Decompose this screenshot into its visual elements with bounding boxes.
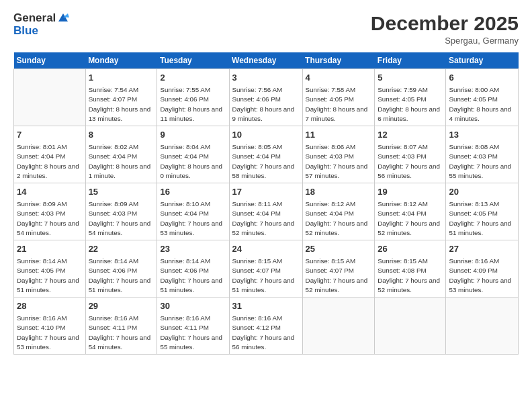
calendar-cell: 5Sunrise: 7:59 AM Sunset: 4:05 PM Daylig… [375, 69, 446, 126]
day-number: 14 [17, 186, 83, 198]
day-info: Sunrise: 8:15 AM Sunset: 4:07 PM Dayligh… [232, 257, 300, 295]
calendar-week-row: 14Sunrise: 8:09 AM Sunset: 4:03 PM Dayli… [14, 183, 519, 240]
calendar-cell: 20Sunrise: 8:13 AM Sunset: 4:05 PM Dayli… [446, 183, 519, 240]
day-number: 7 [17, 129, 83, 141]
logo: General Blue [13, 12, 69, 37]
calendar-cell: 24Sunrise: 8:15 AM Sunset: 4:07 PM Dayli… [229, 240, 302, 298]
calendar-week-row: 21Sunrise: 8:14 AM Sunset: 4:05 PM Dayli… [14, 240, 519, 298]
calendar-table: Sunday Monday Tuesday Wednesday Thursday… [13, 52, 519, 355]
day-number: 16 [160, 186, 226, 198]
day-info: Sunrise: 7:56 AM Sunset: 4:06 PM Dayligh… [232, 85, 300, 124]
day-number: 28 [17, 300, 83, 312]
day-info: Sunrise: 8:13 AM Sunset: 4:05 PM Dayligh… [449, 199, 515, 238]
day-info: Sunrise: 8:16 AM Sunset: 4:09 PM Dayligh… [449, 257, 515, 295]
calendar-week-row: 7Sunrise: 8:01 AM Sunset: 4:04 PM Daylig… [14, 126, 519, 183]
day-number: 2 [160, 72, 226, 84]
calendar-cell: 25Sunrise: 8:15 AM Sunset: 4:07 PM Dayli… [302, 240, 375, 298]
day-info: Sunrise: 7:58 AM Sunset: 4:05 PM Dayligh… [306, 85, 372, 124]
calendar-cell: 4Sunrise: 7:58 AM Sunset: 4:05 PM Daylig… [302, 69, 375, 126]
day-info: Sunrise: 8:01 AM Sunset: 4:04 PM Dayligh… [17, 142, 83, 181]
day-info: Sunrise: 7:55 AM Sunset: 4:06 PM Dayligh… [160, 85, 226, 124]
calendar-cell: 6Sunrise: 8:00 AM Sunset: 4:05 PM Daylig… [446, 69, 519, 126]
day-number: 30 [160, 300, 226, 312]
day-info: Sunrise: 8:12 AM Sunset: 4:04 PM Dayligh… [378, 199, 443, 238]
day-number: 19 [378, 186, 443, 198]
day-info: Sunrise: 8:06 AM Sunset: 4:03 PM Dayligh… [306, 142, 372, 181]
day-number: 18 [306, 186, 372, 198]
calendar-cell: 27Sunrise: 8:16 AM Sunset: 4:09 PM Dayli… [446, 240, 519, 298]
header-wednesday: Wednesday [229, 52, 302, 69]
calendar-cell: 31Sunrise: 8:16 AM Sunset: 4:12 PM Dayli… [229, 298, 302, 355]
day-number: 17 [232, 186, 300, 198]
day-number: 15 [89, 186, 154, 198]
day-info: Sunrise: 8:08 AM Sunset: 4:03 PM Dayligh… [449, 142, 515, 181]
day-info: Sunrise: 8:05 AM Sunset: 4:04 PM Dayligh… [232, 142, 300, 181]
month-title: December 2025 [371, 12, 519, 34]
calendar-cell: 9Sunrise: 8:04 AM Sunset: 4:04 PM Daylig… [157, 126, 229, 183]
day-number: 9 [160, 129, 226, 141]
calendar-cell: 22Sunrise: 8:14 AM Sunset: 4:06 PM Dayli… [85, 240, 157, 298]
header-sunday: Sunday [14, 52, 86, 69]
day-info: Sunrise: 8:00 AM Sunset: 4:05 PM Dayligh… [449, 85, 515, 124]
day-info: Sunrise: 8:09 AM Sunset: 4:03 PM Dayligh… [89, 199, 154, 238]
calendar-cell: 13Sunrise: 8:08 AM Sunset: 4:03 PM Dayli… [446, 126, 519, 183]
header-friday: Friday [375, 52, 446, 69]
day-info: Sunrise: 8:16 AM Sunset: 4:11 PM Dayligh… [89, 314, 154, 352]
calendar-cell: 11Sunrise: 8:06 AM Sunset: 4:03 PM Dayli… [302, 126, 375, 183]
day-info: Sunrise: 8:09 AM Sunset: 4:03 PM Dayligh… [17, 199, 83, 238]
day-info: Sunrise: 8:04 AM Sunset: 4:04 PM Dayligh… [160, 142, 226, 181]
calendar-cell: 7Sunrise: 8:01 AM Sunset: 4:04 PM Daylig… [14, 126, 86, 183]
calendar-cell [14, 69, 86, 126]
day-info: Sunrise: 7:59 AM Sunset: 4:05 PM Dayligh… [378, 85, 443, 124]
location: Spergau, Germany [371, 36, 519, 46]
day-number: 26 [378, 243, 443, 255]
title-block: December 2025 Spergau, Germany [371, 12, 519, 46]
logo-general-text: General [13, 12, 56, 25]
calendar-cell: 1Sunrise: 7:54 AM Sunset: 4:07 PM Daylig… [85, 69, 157, 126]
header-thursday: Thursday [302, 52, 375, 69]
day-info: Sunrise: 8:16 AM Sunset: 4:10 PM Dayligh… [17, 314, 83, 352]
calendar-cell: 12Sunrise: 8:07 AM Sunset: 4:03 PM Dayli… [375, 126, 446, 183]
page: General Blue December 2025 Spergau, Germ… [0, 0, 532, 411]
day-info: Sunrise: 8:07 AM Sunset: 4:03 PM Dayligh… [378, 142, 443, 181]
day-number: 12 [378, 129, 443, 141]
day-number: 4 [306, 72, 372, 84]
day-number: 22 [89, 243, 154, 255]
day-number: 24 [232, 243, 300, 255]
day-number: 25 [306, 243, 372, 255]
day-number: 27 [449, 243, 515, 255]
calendar-cell: 21Sunrise: 8:14 AM Sunset: 4:05 PM Dayli… [14, 240, 86, 298]
calendar-cell: 18Sunrise: 8:12 AM Sunset: 4:04 PM Dayli… [302, 183, 375, 240]
calendar-cell: 10Sunrise: 8:05 AM Sunset: 4:04 PM Dayli… [229, 126, 302, 183]
day-info: Sunrise: 8:14 AM Sunset: 4:06 PM Dayligh… [89, 257, 154, 295]
day-number: 1 [89, 72, 154, 84]
day-number: 13 [449, 129, 515, 141]
day-number: 10 [232, 129, 300, 141]
day-info: Sunrise: 8:12 AM Sunset: 4:04 PM Dayligh… [306, 199, 372, 238]
calendar-week-row: 1Sunrise: 7:54 AM Sunset: 4:07 PM Daylig… [14, 69, 519, 126]
calendar-cell: 17Sunrise: 8:11 AM Sunset: 4:04 PM Dayli… [229, 183, 302, 240]
logo-blue-text: Blue [13, 25, 69, 38]
day-info: Sunrise: 8:10 AM Sunset: 4:04 PM Dayligh… [160, 199, 226, 238]
day-info: Sunrise: 8:14 AM Sunset: 4:06 PM Dayligh… [160, 257, 226, 295]
calendar-cell: 16Sunrise: 8:10 AM Sunset: 4:04 PM Dayli… [157, 183, 229, 240]
calendar-cell: 30Sunrise: 8:16 AM Sunset: 4:11 PM Dayli… [157, 298, 229, 355]
header-tuesday: Tuesday [157, 52, 229, 69]
day-number: 23 [160, 243, 226, 255]
day-info: Sunrise: 8:11 AM Sunset: 4:04 PM Dayligh… [232, 199, 300, 238]
calendar-cell: 15Sunrise: 8:09 AM Sunset: 4:03 PM Dayli… [85, 183, 157, 240]
day-info: Sunrise: 8:15 AM Sunset: 4:07 PM Dayligh… [306, 257, 372, 295]
calendar-cell: 23Sunrise: 8:14 AM Sunset: 4:06 PM Dayli… [157, 240, 229, 298]
day-number: 21 [17, 243, 83, 255]
calendar-cell [302, 298, 375, 355]
day-number: 5 [378, 72, 443, 84]
calendar-cell [375, 298, 446, 355]
calendar-cell: 2Sunrise: 7:55 AM Sunset: 4:06 PM Daylig… [157, 69, 229, 126]
header-monday: Monday [85, 52, 157, 69]
calendar-cell: 14Sunrise: 8:09 AM Sunset: 4:03 PM Dayli… [14, 183, 86, 240]
calendar-cell: 29Sunrise: 8:16 AM Sunset: 4:11 PM Dayli… [85, 298, 157, 355]
day-number: 29 [89, 300, 154, 312]
calendar-cell: 8Sunrise: 8:02 AM Sunset: 4:04 PM Daylig… [85, 126, 157, 183]
header: General Blue December 2025 Spergau, Germ… [13, 12, 519, 46]
day-info: Sunrise: 8:14 AM Sunset: 4:05 PM Dayligh… [17, 257, 83, 295]
